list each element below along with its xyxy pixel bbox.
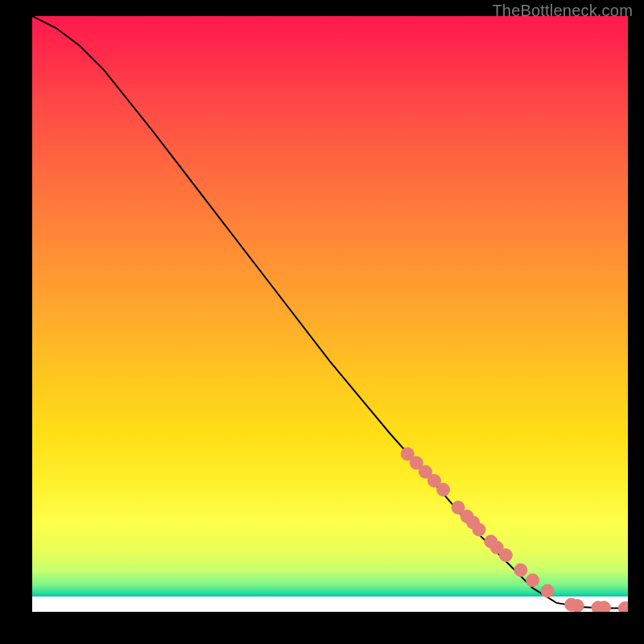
marker-group	[401, 448, 628, 612]
data-marker	[571, 600, 584, 612]
data-marker	[597, 601, 610, 612]
data-marker	[514, 564, 527, 576]
chart-svg	[32, 16, 628, 612]
data-marker	[499, 549, 512, 562]
data-marker	[437, 483, 450, 496]
chart-frame: TheBottleneck.com	[0, 0, 644, 644]
data-marker	[526, 574, 539, 587]
plot-area	[32, 16, 628, 612]
data-marker	[541, 584, 554, 597]
bottleneck-curve	[32, 16, 628, 609]
data-marker	[473, 523, 485, 536]
